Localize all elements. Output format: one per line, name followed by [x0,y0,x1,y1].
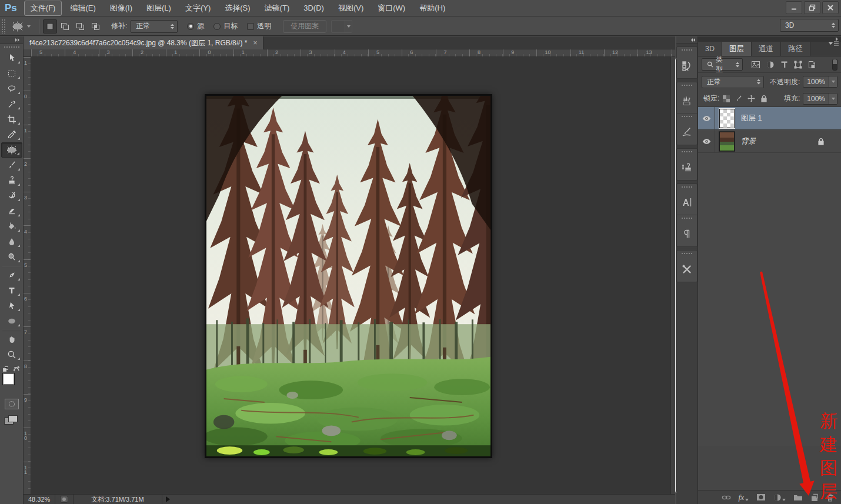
menu-item[interactable]: 选择(S) [219,1,256,15]
paint-bucket-tool[interactable] [1,219,22,234]
eraser-tool[interactable] [1,203,22,219]
path-selection-tool[interactable] [1,298,22,313]
pattern-picker-dropdown[interactable] [331,20,352,33]
foreground-color-swatch[interactable] [2,373,15,385]
filter-smart-objects-icon[interactable] [808,61,816,69]
subtract-from-selection-button[interactable] [74,19,88,34]
vertical-ruler[interactable]: 101234567891011 [24,57,31,494]
opacity-field[interactable]: 100% [803,76,837,88]
opacity-caret[interactable] [829,76,837,87]
zoom-level-field[interactable]: 48.32% [24,495,55,504]
layer-visibility-toggle[interactable] [698,130,715,152]
new-selection-button[interactable] [43,19,57,34]
panel-tab[interactable]: 通道 [752,42,781,56]
crop-tool[interactable] [1,112,22,127]
zoom-tool[interactable] [1,347,22,362]
options-gripper[interactable] [1,19,5,34]
panel-tab[interactable]: 路径 [781,42,810,56]
filter-adjustment-layers-icon[interactable] [766,61,775,69]
layer-name[interactable]: 图层 1 [741,114,762,124]
layer-name[interactable]: 背景 [741,136,756,146]
panel-tab[interactable]: 图层 [722,42,752,56]
close-button[interactable] [822,1,839,14]
blend-mode-dropdown[interactable]: 正常 [702,76,764,88]
clone-stamp-tool[interactable] [1,173,22,188]
menu-item[interactable]: 图像(I) [104,1,138,15]
magic-wand-tool[interactable] [1,96,22,112]
new-adjustment-layer-button[interactable] [773,493,786,502]
layer-visibility-toggle[interactable] [698,107,715,129]
fill-caret[interactable] [829,94,837,104]
panel-group-collapse[interactable] [698,36,841,42]
brush-panel-button[interactable] [677,82,697,114]
fill-field[interactable]: 100% [803,93,837,105]
new-group-button[interactable] [793,494,803,501]
canvas-area[interactable] [31,57,670,494]
status-menu-arrow[interactable] [166,496,170,502]
lock-transparent-pixels-icon[interactable] [723,95,730,102]
filter-shape-layers-icon[interactable] [794,61,802,69]
layer-style-button[interactable]: fx [739,493,749,502]
eyedropper-tool[interactable] [1,127,22,142]
status-preview-icon[interactable] [60,496,68,503]
add-to-selection-button[interactable] [58,19,72,34]
default-colors-icon[interactable] [2,366,9,372]
move-tool[interactable] [1,51,22,66]
source-radio[interactable]: 源 [187,21,204,31]
layer-thumbnail[interactable] [719,109,735,128]
menu-item[interactable]: 3D(D) [298,2,330,14]
intersect-selection-button[interactable] [89,19,103,34]
filter-pixel-layers-icon[interactable] [751,61,760,69]
character-panel-button[interactable] [677,184,697,215]
menu-item[interactable]: 窗口(W) [372,1,411,15]
lock-image-pixels-icon[interactable] [735,95,742,102]
history-panel-button[interactable] [677,47,697,78]
hand-tool[interactable] [1,332,22,347]
screen-mode-button[interactable] [4,415,19,427]
tool-preset-picker[interactable] [11,21,31,32]
lock-all-icon[interactable] [760,95,767,102]
history-brush-tool[interactable] [1,188,22,203]
link-layers-button[interactable] [722,494,731,501]
rectangular-marquee-tool[interactable] [1,66,22,81]
patch-mode-dropdown[interactable]: 正常 [131,20,178,33]
horizontal-ruler[interactable]: 54321012345678910111213 [31,49,675,57]
panels-collapse-header[interactable] [676,36,698,44]
type-tool[interactable] [1,283,22,298]
document-tab[interactable]: f4ce213c72639c6d4f7a6c20c054c9c.jpg @ 48… [24,36,263,49]
new-layer-button[interactable] [810,493,819,502]
tools-collapse-header[interactable] [0,36,23,44]
swap-colors-icon[interactable] [13,366,20,372]
filter-type-layers-icon[interactable] [780,61,788,68]
ellipse-tool[interactable] [1,313,22,329]
patch-tool[interactable] [1,142,22,158]
lock-position-icon[interactable] [747,95,755,102]
pen-tool[interactable] [1,268,22,283]
menu-item[interactable]: 文字(Y) [179,1,216,15]
vertical-scrollbar[interactable] [670,57,675,494]
filter-toggle-switch[interactable] [832,59,837,71]
transparent-checkbox[interactable]: 透明 [247,21,271,31]
tools-gripper[interactable] [4,46,19,49]
背景[interactable]: 背景 [698,130,841,153]
panel-tab[interactable]: 3D [698,42,722,56]
add-layer-mask-button[interactable] [756,493,766,501]
close-tab-icon[interactable]: × [253,39,257,47]
brush-presets-panel-button[interactable] [677,114,697,145]
restore-button[interactable] [804,1,820,14]
brush-tool[interactable] [1,158,22,173]
lasso-tool[interactable] [1,81,22,96]
dodge-tool[interactable] [1,249,22,265]
menu-item[interactable]: 帮助(H) [413,1,451,15]
panel-menu-icon[interactable] [829,40,839,47]
tool-presets-panel-button[interactable] [677,251,697,282]
blur-tool[interactable] [1,234,22,249]
use-pattern-button[interactable]: 使用图案 [283,20,326,33]
menu-item[interactable]: 图层(L) [141,1,177,15]
workspace-dropdown[interactable]: 3D [780,19,839,32]
document-image[interactable] [205,94,492,458]
ruler-origin[interactable] [24,49,31,57]
quick-mask-button[interactable] [5,399,19,409]
menu-item[interactable]: 滤镜(T) [259,1,296,15]
paragraph-panel-button[interactable] [677,215,697,246]
